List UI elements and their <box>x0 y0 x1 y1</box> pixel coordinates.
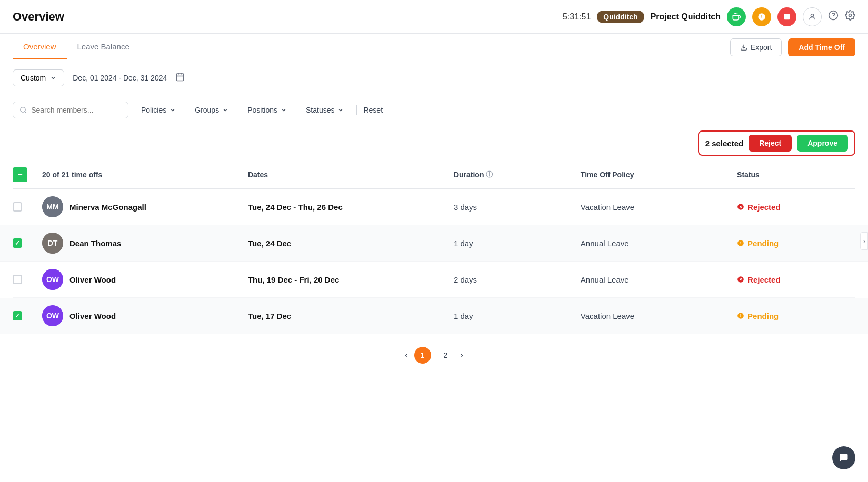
page-2-button[interactable]: 2 <box>437 347 454 364</box>
filter-divider <box>356 105 357 115</box>
export-button[interactable]: Export <box>730 38 782 56</box>
member-name-1: MM Minerva McGonagall <box>42 196 240 217</box>
row-status-4: ! Pending <box>737 312 855 320</box>
checkbox-4[interactable] <box>13 311 22 320</box>
th-name: 20 of 21 time offs <box>42 170 240 179</box>
selection-count: 2 selected <box>705 139 744 148</box>
svg-text:!: ! <box>761 14 762 19</box>
date-range-dropdown[interactable]: Custom <box>13 69 64 86</box>
green-icon-btn[interactable] <box>727 7 746 26</box>
prev-page-button[interactable]: ‹ <box>405 350 407 360</box>
chevron-down-icon <box>222 107 228 113</box>
row-duration-4: 1 day <box>454 312 572 320</box>
row-duration-3: 2 days <box>454 275 572 284</box>
user-icon-btn[interactable] <box>803 7 822 26</box>
row-checkbox-2 <box>13 238 34 248</box>
table-header: 20 of 21 time offs Dates Duration ⓘ Time… <box>13 161 855 189</box>
checkbox-1[interactable] <box>13 202 22 212</box>
member-name-3: OW Oliver Wood <box>42 269 240 290</box>
yellow-icon-btn[interactable]: ! <box>752 7 771 26</box>
policies-filter[interactable]: Policies <box>135 102 182 118</box>
checkbox-3[interactable] <box>13 275 22 284</box>
reset-button[interactable]: Reset <box>363 106 383 114</box>
svg-text:!: ! <box>740 314 741 317</box>
chat-icon <box>839 453 849 463</box>
svg-text:OW: OW <box>46 312 59 320</box>
row-dates-1: Tue, 24 Dec - Thu, 26 Dec <box>248 203 445 212</box>
time-display: 5:31:51 <box>563 12 591 22</box>
rejected-icon <box>737 203 744 210</box>
search-filter-bar: Policies Groups Positions Statuses Reset <box>0 95 868 125</box>
project-name: Project Quidditch <box>651 12 721 22</box>
positions-filter[interactable]: Positions <box>241 102 293 118</box>
checkbox-2[interactable] <box>13 238 22 248</box>
top-bar: Overview 5:31:51 Quidditch Project Quidd… <box>0 0 868 34</box>
tab-leave-balance[interactable]: Leave Balance <box>67 35 140 59</box>
row-duration-2: 1 day <box>454 239 572 248</box>
th-checkbox <box>13 167 34 182</box>
row-dates-3: Thu, 19 Dec - Fri, 20 Dec <box>248 275 445 284</box>
row-status-2: ! Pending <box>737 239 855 248</box>
table-row: MM Minerva McGonagall Tue, 24 Dec - Thu,… <box>13 189 855 225</box>
tabs-bar: Overview Leave Balance Export Add Time O… <box>0 34 868 61</box>
pagination: ‹ 1 2 › <box>0 334 868 376</box>
search-input[interactable] <box>31 106 122 114</box>
svg-point-15 <box>21 107 25 112</box>
groups-filter[interactable]: Groups <box>188 102 235 118</box>
chevron-down-icon <box>337 107 344 113</box>
row-checkbox-4 <box>13 311 34 320</box>
top-bar-left: Overview <box>13 10 64 24</box>
row-duration-1: 3 days <box>454 203 572 212</box>
chat-button[interactable] <box>832 446 855 469</box>
search-box[interactable] <box>13 102 128 118</box>
table-area: 20 of 21 time offs Dates Duration ⓘ Time… <box>0 161 868 334</box>
svg-text:MM: MM <box>46 203 58 211</box>
row-status-1: Rejected <box>737 203 855 212</box>
row-policy-3: Annual Leave <box>581 275 729 284</box>
tabs: Overview Leave Balance <box>13 35 140 59</box>
settings-icon-btn[interactable] <box>845 10 855 23</box>
row-status-3: Rejected <box>737 275 855 284</box>
reject-button[interactable]: Reject <box>749 135 792 152</box>
help-icon-btn[interactable] <box>828 10 839 23</box>
selection-action-box: 2 selected Reject Approve <box>698 130 855 156</box>
app-title: Overview <box>13 10 64 23</box>
page-1-button[interactable]: 1 <box>414 347 431 364</box>
filter-bar: Custom Dec, 01 2024 - Dec, 31 2024 <box>0 61 868 95</box>
svg-text:OW: OW <box>46 275 59 284</box>
quidditch-badge: Quidditch <box>597 11 644 23</box>
svg-rect-5 <box>784 14 790 19</box>
table-row: OW Oliver Wood Thu, 19 Dec - Fri, 20 Dec… <box>13 262 855 298</box>
svg-point-9 <box>849 14 852 17</box>
svg-text:!: ! <box>740 241 741 245</box>
avatar-dean: DT <box>42 233 63 254</box>
range-label: Custom <box>21 74 46 82</box>
statuses-filter[interactable]: Statuses <box>300 102 350 118</box>
th-status: Status <box>737 170 855 179</box>
approve-button[interactable]: Approve <box>797 135 848 152</box>
avatar-minerva: MM <box>42 196 63 217</box>
expand-panel-button[interactable]: › <box>860 232 868 250</box>
duration-info-icon: ⓘ <box>486 170 493 179</box>
red-icon-btn[interactable] <box>777 7 796 26</box>
row-policy-2: Annual Leave <box>581 239 729 248</box>
chevron-down-icon <box>50 75 56 81</box>
search-icon <box>19 106 27 114</box>
avatar-oliver-1: OW <box>42 269 63 290</box>
svg-line-16 <box>25 112 26 113</box>
next-page-button[interactable]: › <box>461 350 463 360</box>
top-bar-right: 5:31:51 Quidditch Project Quidditch ! <box>563 7 855 26</box>
table-row: DT Dean Thomas Tue, 24 Dec 1 day Annual … <box>0 225 868 262</box>
pending-icon: ! <box>737 312 744 319</box>
selection-bar: 2 selected Reject Approve <box>0 125 868 161</box>
avatar-oliver-2: OW <box>42 305 63 326</box>
tab-overview[interactable]: Overview <box>13 35 67 59</box>
th-duration: Duration ⓘ <box>454 170 572 179</box>
member-name-4: OW Oliver Wood <box>42 305 240 326</box>
svg-rect-11 <box>177 74 184 81</box>
member-name-2: DT Dean Thomas <box>42 233 240 254</box>
select-all-checkbox[interactable] <box>13 167 27 182</box>
add-time-off-button[interactable]: Add Time Off <box>788 38 855 56</box>
row-policy-1: Vacation Leave <box>581 203 729 212</box>
chevron-down-icon <box>169 107 176 113</box>
